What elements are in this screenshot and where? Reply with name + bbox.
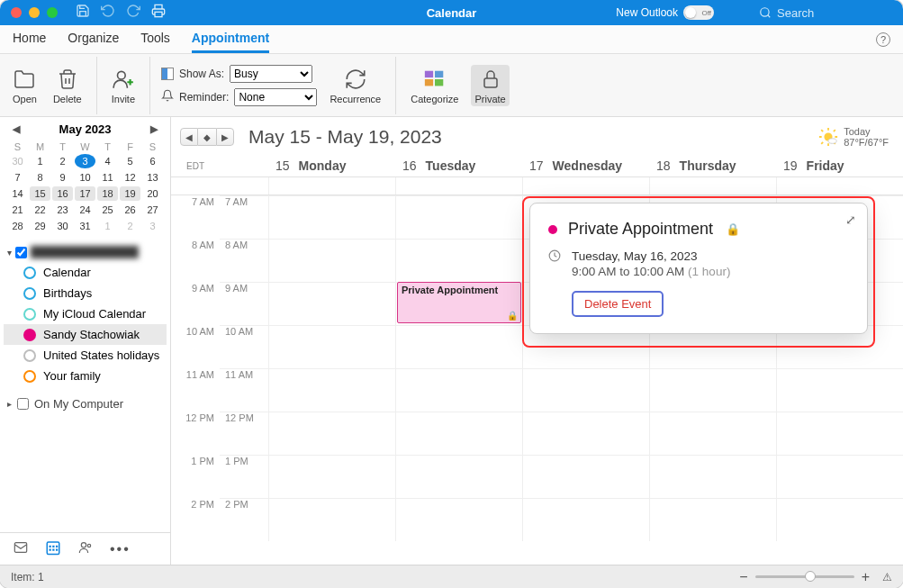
mini-cal-day[interactable]: 31 — [75, 219, 95, 233]
mini-cal-day[interactable]: 8 — [30, 170, 50, 185]
mini-cal-day[interactable]: 3 — [75, 154, 95, 168]
calendar-item[interactable]: Sandy Stachowiak — [4, 324, 167, 345]
tab-appointment[interactable]: Appointment — [192, 25, 269, 53]
day-header[interactable]: 15Monday — [268, 155, 395, 176]
print-icon[interactable] — [151, 4, 166, 22]
recurrence-button[interactable]: Recurrence — [326, 65, 384, 106]
mini-cal-day[interactable]: 5 — [120, 154, 140, 168]
search-box[interactable] — [759, 6, 885, 20]
mail-icon[interactable] — [13, 540, 29, 558]
mini-cal-day[interactable]: 21 — [7, 203, 28, 217]
maximize-window-icon[interactable] — [47, 7, 58, 18]
calendar-icon[interactable] — [45, 539, 61, 559]
warning-icon[interactable]: ⚠ — [882, 571, 892, 583]
mini-cal-day[interactable]: 30 — [7, 154, 28, 168]
day-header[interactable]: 19Friday — [776, 155, 903, 176]
zoom-out-button[interactable]: − — [739, 569, 747, 585]
minimize-window-icon[interactable] — [29, 7, 40, 18]
mini-cal-day[interactable]: 30 — [52, 219, 73, 233]
mini-cal-day[interactable]: 26 — [120, 203, 140, 217]
mini-cal-day[interactable]: 3 — [142, 219, 163, 233]
prev-month-button[interactable]: ◀ — [13, 123, 20, 135]
mini-cal-day[interactable]: 25 — [97, 203, 118, 217]
mini-cal-day[interactable]: 2 — [120, 219, 140, 233]
prev-week-button[interactable]: ◀ — [180, 128, 198, 146]
mini-cal-day[interactable]: 28 — [7, 219, 28, 233]
zoom-slider[interactable] — [755, 575, 854, 578]
search-input[interactable] — [777, 6, 885, 20]
calendar-item[interactable]: Birthdays — [4, 283, 167, 303]
help-icon[interactable]: ? — [876, 32, 890, 47]
day-header[interactable]: 17Wednesday — [522, 155, 649, 176]
day-header[interactable]: 18Thursday — [649, 155, 776, 176]
calendar-item[interactable]: My iCloud Calendar — [4, 303, 167, 324]
delete-event-button[interactable]: Delete Event — [572, 291, 664, 317]
mini-cal-day[interactable]: 15 — [30, 186, 50, 201]
mini-cal-day[interactable]: 13 — [142, 170, 163, 185]
account-header[interactable]: ▾ — [4, 242, 167, 262]
omc-checkbox[interactable] — [17, 398, 29, 410]
dow-label: S — [7, 141, 28, 152]
calendar-item[interactable]: Your family — [4, 366, 167, 386]
show-as-select[interactable]: Busy — [230, 65, 312, 83]
svg-point-1 — [761, 8, 769, 16]
mini-cal-day[interactable]: 9 — [52, 170, 73, 185]
mini-cal-day[interactable]: 1 — [30, 154, 50, 168]
mini-cal-day[interactable]: 16 — [52, 186, 73, 201]
folder-open-icon — [13, 67, 36, 92]
day-column[interactable] — [268, 195, 395, 541]
close-window-icon[interactable] — [11, 7, 22, 18]
toggle-switch[interactable]: Off — [683, 5, 714, 20]
next-month-button[interactable]: ▶ — [150, 123, 158, 135]
mini-cal-day[interactable]: 14 — [7, 186, 28, 201]
tab-home[interactable]: Home — [13, 25, 46, 53]
mini-cal-day[interactable]: 7 — [7, 170, 28, 185]
redo-icon[interactable] — [126, 4, 140, 22]
undo-icon[interactable] — [101, 4, 115, 22]
mini-cal-day[interactable]: 10 — [75, 170, 95, 185]
calendar-item[interactable]: United States holidays — [4, 345, 167, 366]
mini-cal-day[interactable]: 12 — [120, 170, 140, 185]
mini-cal-day[interactable]: 18 — [97, 186, 118, 201]
categorize-button[interactable]: Categorize — [407, 65, 462, 106]
calendar-area: ◀ ◆ ▶ May 15 - May 19, 2023 Today 87°F/6… — [171, 117, 903, 565]
mini-cal-day[interactable]: 29 — [30, 219, 50, 233]
mini-cal-day[interactable]: 23 — [52, 203, 73, 217]
weather-widget[interactable]: Today 87°F/67°F — [818, 126, 889, 148]
day-column[interactable]: Private Appointment🔒 — [395, 195, 522, 541]
zoom-in-button[interactable]: + — [862, 569, 870, 585]
calendar-item[interactable]: Calendar — [4, 262, 167, 283]
mini-cal-day[interactable]: 1 — [97, 219, 118, 233]
people-icon[interactable] — [77, 540, 94, 558]
time-label: 7 AM — [220, 195, 268, 239]
mini-cal-day[interactable]: 20 — [142, 186, 163, 201]
tab-organize[interactable]: Organize — [68, 25, 119, 53]
sidebar-footer: ••• — [0, 532, 170, 565]
expand-icon[interactable]: ⤢ — [845, 213, 856, 227]
more-icon[interactable]: ••• — [110, 541, 131, 557]
svg-rect-16 — [50, 548, 51, 550]
delete-button[interactable]: Delete — [50, 65, 86, 106]
tab-tools[interactable]: Tools — [140, 25, 170, 53]
day-header[interactable]: 16Tuesday — [395, 155, 522, 176]
new-outlook-toggle[interactable]: New Outlook Off — [616, 5, 714, 20]
mini-cal-day[interactable]: 19 — [120, 186, 140, 201]
mini-cal-day[interactable]: 11 — [97, 170, 118, 185]
reminder-select[interactable]: None — [234, 88, 317, 106]
mini-cal-day[interactable]: 24 — [75, 203, 95, 217]
today-button[interactable]: ◆ — [198, 128, 216, 146]
account-checkbox[interactable] — [15, 247, 27, 258]
mini-cal-day[interactable]: 22 — [30, 203, 50, 217]
calendar-event[interactable]: Private Appointment🔒 — [397, 282, 521, 323]
mini-cal-day[interactable]: 6 — [142, 154, 163, 168]
save-icon[interactable] — [76, 4, 90, 22]
open-button[interactable]: Open — [9, 65, 41, 106]
next-week-button[interactable]: ▶ — [216, 128, 234, 146]
mini-cal-day[interactable]: 27 — [142, 203, 163, 217]
mini-cal-day[interactable]: 2 — [52, 154, 73, 168]
mini-cal-day[interactable]: 4 — [97, 154, 118, 168]
private-button[interactable]: Private — [471, 65, 509, 106]
on-my-computer-row[interactable]: ▸ On My Computer — [4, 386, 167, 414]
invite-button[interactable]: Invite — [108, 65, 139, 106]
mini-cal-day[interactable]: 17 — [75, 186, 95, 201]
